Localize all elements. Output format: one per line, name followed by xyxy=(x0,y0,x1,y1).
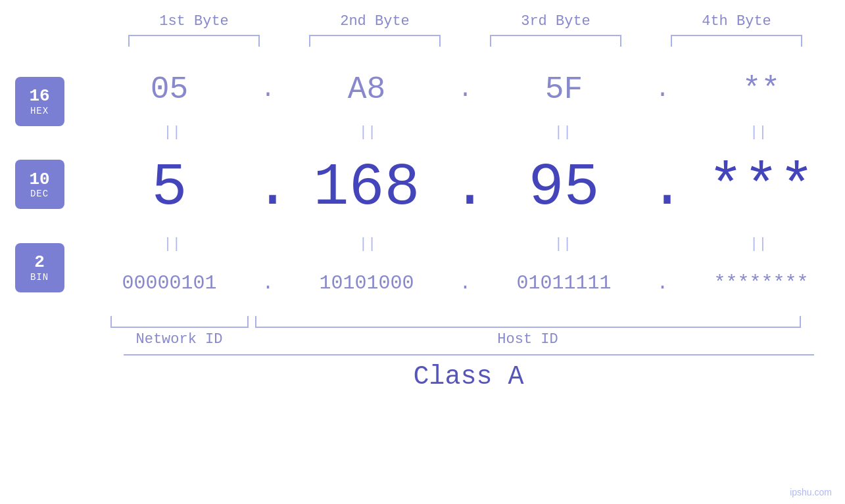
hex-val-3: 5F xyxy=(498,72,630,107)
bin-badge-label: BIN xyxy=(30,272,49,283)
byte2-header: 2nd Byte xyxy=(302,13,447,30)
sep-1-1: || xyxy=(100,124,245,141)
byte-headers-row: 1st Byte 2nd Byte 3rd Byte 4th Byte xyxy=(104,13,827,30)
network-bracket xyxy=(110,316,249,328)
bracket-3 xyxy=(490,35,621,47)
bin-dot-1: . xyxy=(255,272,281,294)
bottom-brackets xyxy=(110,316,801,328)
hex-badge-num: 16 xyxy=(29,87,49,106)
sep-row-1: || || || || xyxy=(94,119,837,145)
sep-1-3: || xyxy=(491,124,635,141)
network-id-label: Network ID xyxy=(110,331,249,348)
dec-val-2: 168 xyxy=(301,154,433,221)
sep-row-2: || || || || xyxy=(94,231,837,257)
dec-val-3: 95 xyxy=(498,154,630,221)
class-label: Class A xyxy=(413,362,523,392)
host-bracket xyxy=(255,316,801,328)
hex-val-1: 05 xyxy=(104,72,235,107)
dec-badge: 10 DEC xyxy=(15,160,64,209)
main-container: 1st Byte 2nd Byte 3rd Byte 4th Byte 16 H… xyxy=(0,0,845,504)
bin-val-4: ******** xyxy=(696,272,827,294)
dec-dot-3: . xyxy=(650,154,676,221)
sep-2-1: || xyxy=(100,236,245,252)
bracket-2 xyxy=(309,35,441,47)
dec-badge-label: DEC xyxy=(30,189,49,199)
bin-dot-2: . xyxy=(452,272,479,294)
hex-dot-1: . xyxy=(255,76,281,103)
bracket-4 xyxy=(671,35,802,47)
hex-row: 05 . A8 . 5F . ** xyxy=(94,60,837,119)
bracket-1 xyxy=(128,35,260,47)
hex-badge: 16 HEX xyxy=(15,77,64,126)
dec-dot-2: . xyxy=(452,154,479,221)
badges-column: 16 HEX 10 DEC 2 BIN xyxy=(9,60,94,309)
sep-2-2: || xyxy=(295,236,440,252)
bottom-section: Network ID Host ID xyxy=(104,316,827,348)
dec-val-4: *** xyxy=(696,154,827,221)
dec-dot-1: . xyxy=(255,154,281,221)
sep-1-4: || xyxy=(686,124,831,141)
hex-val-4: ** xyxy=(696,72,827,107)
dec-row: 5 . 168 . 95 . *** xyxy=(94,145,837,231)
sep-2-3: || xyxy=(491,236,635,252)
bin-badge-num: 2 xyxy=(34,253,45,272)
hex-badge-label: HEX xyxy=(30,106,49,116)
sep-2-4: || xyxy=(686,236,831,252)
bottom-labels: Network ID Host ID xyxy=(110,331,801,348)
sep-1-2: || xyxy=(295,124,440,141)
bin-val-3: 01011111 xyxy=(498,272,630,294)
hex-val-2: A8 xyxy=(301,72,433,107)
bin-val-1: 00000101 xyxy=(104,272,235,294)
main-content: 16 HEX 10 DEC 2 BIN 05 . A8 . 5F . ** xyxy=(9,60,837,309)
byte1-header: 1st Byte xyxy=(122,13,266,30)
bin-val-2: 10101000 xyxy=(301,272,433,294)
class-row: Class A xyxy=(124,354,814,392)
bin-badge: 2 BIN xyxy=(15,243,64,292)
bin-row: 00000101 . 10101000 . 01011111 . *******… xyxy=(94,257,837,309)
bracket-row xyxy=(104,35,827,47)
byte4-header: 4th Byte xyxy=(664,13,809,30)
hex-dot-3: . xyxy=(650,76,676,103)
bin-dot-3: . xyxy=(650,272,676,294)
hex-dot-2: . xyxy=(452,76,479,103)
dec-val-1: 5 xyxy=(104,154,235,221)
dec-badge-num: 10 xyxy=(29,170,49,189)
byte3-header: 3rd Byte xyxy=(483,13,628,30)
data-area: 05 . A8 . 5F . ** || || || || 5 . xyxy=(94,60,837,309)
host-id-label: Host ID xyxy=(255,331,801,348)
watermark: ipshu.com xyxy=(790,487,832,497)
